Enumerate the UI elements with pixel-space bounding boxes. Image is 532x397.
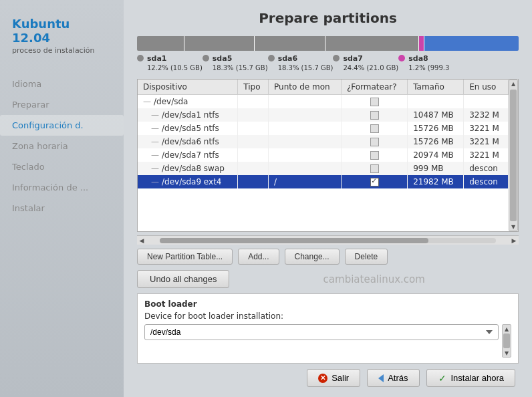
- app-subtitle: proceso de instalación: [12, 46, 112, 55]
- cell-device: —/dev/sda9 ext4: [138, 175, 238, 188]
- cell-mount: [269, 108, 342, 122]
- bootloader-scroll-up[interactable]: ▲: [503, 325, 511, 333]
- cell-usage: 3221 M: [464, 135, 509, 148]
- bar-sda5: [184, 36, 254, 51]
- dot-sda5: [203, 55, 209, 61]
- table-row[interactable]: —/dev/sda7 ntfs 20974 MB 3221 M: [138, 148, 509, 162]
- bootloader-title: Boot loader: [144, 299, 511, 309]
- table-row[interactable]: —/dev/sda1 ntfs 10487 MB 3232 M: [138, 108, 509, 122]
- salir-button[interactable]: ✕ Salir: [307, 369, 360, 387]
- cell-type: [238, 135, 269, 148]
- col-format: ¿Formatear?: [341, 80, 407, 95]
- cell-size: 15726 MB: [408, 122, 464, 135]
- bar-sda8: [419, 36, 424, 51]
- hscroll-track[interactable]: [160, 238, 496, 243]
- cell-usage: [464, 94, 509, 108]
- bootloader-section: Boot loader Device for boot loader insta…: [137, 293, 519, 364]
- cell-device: —/dev/sda8 swap: [138, 162, 238, 175]
- sidebar-item-preparar[interactable]: Preparar: [0, 94, 124, 115]
- bootloader-select[interactable]: /dev/sda: [144, 324, 499, 340]
- watermark: cambiatealinux.com: [229, 273, 519, 285]
- bootloader-vscrollbar[interactable]: ▲ ▼: [502, 324, 511, 358]
- hscroll-thumb[interactable]: [160, 238, 428, 243]
- atras-label: Atrás: [388, 373, 408, 383]
- table-row[interactable]: —/dev/sda6 ntfs 15726 MB 3221 M: [138, 135, 509, 148]
- cell-usage: descon: [464, 162, 509, 175]
- cell-size: [408, 94, 464, 108]
- footer: ✕ Salir Atrás ✓ Instalar ahora: [137, 364, 519, 387]
- label-sda7: sda724.4% (21.0 GB): [333, 54, 398, 74]
- undo-row: Undo all changes cambiatealinux.com: [137, 270, 519, 288]
- partition-labels: sda112.2% (10.5 GB) sda518.3% (15.7 GB) …: [137, 54, 519, 74]
- instalar-icon: ✓: [438, 374, 447, 383]
- dot-sda6: [268, 55, 275, 61]
- cell-type: [238, 94, 269, 108]
- cell-format: [341, 148, 407, 162]
- cell-mount: [269, 122, 342, 135]
- table-row[interactable]: —/dev/sda9 ext4 / 21982 MB descon: [138, 175, 509, 188]
- sidebar-item-zona[interactable]: Zona horaria: [0, 136, 124, 156]
- table-row[interactable]: —/dev/sda: [138, 94, 509, 108]
- table-hscrollbar: ◀ ▶: [137, 235, 519, 245]
- undo-all-button[interactable]: Undo all changes: [137, 270, 229, 288]
- hscroll-right-btn[interactable]: ▶: [509, 236, 519, 245]
- vscroll-thumb[interactable]: [510, 90, 517, 221]
- salir-icon: ✕: [318, 374, 327, 383]
- checkbox-sda6: [370, 138, 379, 146]
- bootloader-scroll-thumb[interactable]: [503, 334, 510, 348]
- cell-type: [238, 122, 269, 135]
- cell-mount: [269, 94, 342, 108]
- sidebar: Kubuntu 12.04 proceso de instalación Idi…: [0, 0, 124, 397]
- cell-usage: 3221 M: [464, 122, 509, 135]
- vscroll-down-btn[interactable]: ▼: [509, 223, 517, 231]
- text-sda5: sda518.3% (15.7 GB): [213, 54, 268, 74]
- cell-usage: descon: [464, 175, 509, 188]
- sidebar-item-teclado[interactable]: Teclado: [0, 156, 124, 177]
- salir-label: Salir: [331, 373, 349, 383]
- checkbox-sda9: [370, 178, 379, 186]
- cell-mount: /: [269, 175, 342, 188]
- col-type: Tipo: [238, 80, 269, 95]
- cell-type: [238, 162, 269, 175]
- col-mount: Punto de mon: [269, 80, 342, 95]
- cell-type: [238, 108, 269, 122]
- partition-bar-container: sda112.2% (10.5 GB) sda518.3% (15.7 GB) …: [137, 36, 519, 74]
- sidebar-items: Idioma Preparar Configuración d. Zona ho…: [0, 74, 124, 219]
- cell-device: —/dev/sda1 ntfs: [138, 108, 238, 122]
- add-button[interactable]: Add...: [238, 249, 279, 265]
- main-window: Kubuntu 12.04 proceso de instalación Idi…: [0, 0, 532, 397]
- sidebar-item-informacion[interactable]: Información de ...: [0, 177, 124, 198]
- checkbox-sda: [370, 98, 379, 106]
- bar-sda9: [424, 36, 519, 51]
- cell-format: [341, 175, 407, 188]
- cell-size: 20974 MB: [408, 148, 464, 162]
- atras-button[interactable]: Atrás: [367, 369, 419, 387]
- col-device: Dispositivo: [138, 80, 238, 95]
- cell-format: [341, 108, 407, 122]
- cell-type: [238, 175, 269, 188]
- cell-mount: [269, 135, 342, 148]
- bootloader-scroll-down[interactable]: ▼: [503, 349, 511, 357]
- change-button[interactable]: Change...: [285, 249, 340, 265]
- instalar-button[interactable]: ✓ Instalar ahora: [426, 369, 516, 387]
- sidebar-item-idioma[interactable]: Idioma: [0, 74, 124, 94]
- action-buttons: New Partition Table... Add... Change... …: [137, 249, 519, 265]
- checkbox-sda1: [370, 111, 379, 120]
- sidebar-item-instalar[interactable]: Instalar: [0, 198, 124, 219]
- delete-button[interactable]: Delete: [345, 249, 388, 265]
- cell-size: 999 MB: [408, 162, 464, 175]
- bootloader-select-container: /dev/sda: [144, 324, 499, 358]
- cell-device: —/dev/sda: [138, 94, 238, 108]
- new-partition-table-button[interactable]: New Partition Table...: [137, 249, 233, 265]
- hscroll-left-btn[interactable]: ◀: [137, 236, 146, 245]
- text-sda6: sda618.3% (15.7 GB): [278, 54, 334, 74]
- table-vscrollbar[interactable]: ▲ ▼: [509, 80, 518, 231]
- cell-device: —/dev/sda6 ntfs: [138, 135, 238, 148]
- vscroll-up-btn[interactable]: ▲: [509, 80, 517, 88]
- table-row[interactable]: —/dev/sda5 ntfs 15726 MB 3221 M: [138, 122, 509, 135]
- bootloader-label: Device for boot loader installation:: [144, 311, 511, 321]
- text-sda1: sda112.2% (10.5 GB): [147, 54, 203, 74]
- sidebar-item-configuracion[interactable]: Configuración d.: [0, 115, 124, 136]
- table-row[interactable]: —/dev/sda8 swap 999 MB descon: [138, 162, 509, 175]
- cell-format: [341, 135, 407, 148]
